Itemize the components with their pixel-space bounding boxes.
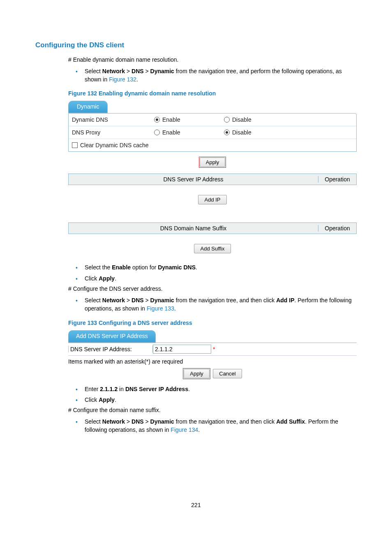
radio-label: Disable	[232, 116, 251, 123]
dynamic-dns-enable-radio[interactable]	[154, 117, 160, 123]
nav-network: Network	[102, 297, 125, 304]
ip-bold: 2.1.1.2	[100, 386, 118, 392]
dynamic-tab[interactable]: Dynamic	[68, 101, 108, 113]
t: Select	[85, 297, 102, 304]
t: in	[118, 386, 125, 392]
apply-button[interactable]: Apply	[200, 158, 226, 167]
t: .	[196, 264, 197, 271]
cancel-button[interactable]: Cancel	[213, 369, 242, 378]
field-bold: DNS Server IP Address	[125, 386, 188, 392]
hdr-dns-server-ip: DNS Server IP Address	[69, 176, 318, 183]
t: .	[188, 386, 190, 392]
bullet-3: Click Apply.	[68, 274, 357, 283]
t: .	[136, 76, 138, 83]
dns-server-ip-label: DNS Server IP Address:	[68, 346, 153, 352]
figure-132-caption: Figure 132 Enabling dynamic domain name …	[68, 90, 357, 97]
t: .	[174, 305, 176, 312]
figure-133-caption: Figure 133 Configuring a DNS server addr…	[68, 320, 357, 326]
hash-line-1: # Enable dynamic domain name resolution.	[68, 56, 357, 64]
dns-proxy-enable-radio[interactable]	[154, 130, 160, 135]
nav-network: Network	[102, 418, 125, 425]
t: >	[144, 297, 150, 304]
t: Select	[85, 418, 102, 425]
radio-label: Enable	[162, 116, 180, 123]
t: .	[115, 396, 116, 403]
required-note: Items marked with an asterisk(*) are req…	[68, 358, 357, 365]
radio-label: Disable	[232, 129, 251, 136]
t: >	[125, 418, 131, 425]
dns-suffix-table-header: DNS Domain Name Suffix Operation	[68, 222, 357, 234]
add-suffix-bold: Add Suffix	[276, 418, 305, 425]
t: Click	[85, 275, 99, 282]
clear-cache-checkbox[interactable]	[72, 142, 78, 148]
nav-dynamic: Dynamic	[150, 418, 174, 425]
figure-133-panel: Add DNS Server IP Address DNS Server IP …	[68, 330, 357, 379]
t: .	[115, 275, 116, 282]
nav-network: Network	[102, 68, 125, 74]
hdr-operation: Operation	[318, 176, 356, 183]
dns-server-ip-input[interactable]	[153, 345, 211, 354]
t: >	[144, 68, 150, 74]
apply-button-2[interactable]: Apply	[184, 369, 210, 378]
bullet-4: Select Network > DNS > Dynamic from the …	[68, 296, 357, 313]
nav-dns: DNS	[131, 297, 144, 304]
page-number: 221	[0, 502, 392, 508]
dynamic-dns-label: Dynamic DNS	[69, 116, 154, 123]
t: from the navigation tree, and then click	[174, 418, 276, 425]
t: >	[125, 68, 131, 74]
figure-134-link[interactable]: Figure 134	[171, 426, 198, 433]
dns-server-ip-form-row: DNS Server IP Address: *	[68, 343, 357, 356]
clear-cache-row: Clear Dynamic DNS cache	[69, 139, 356, 151]
t: Select	[85, 68, 102, 74]
figure-132-panel: Dynamic Dynamic DNS Enable Disable DNS P…	[68, 101, 357, 257]
dns-proxy-row: DNS Proxy Enable Disable	[69, 126, 356, 139]
hdr-operation-2: Operation	[318, 225, 356, 232]
dns-server-table-header: DNS Server IP Address Operation	[68, 174, 357, 185]
t: >	[144, 418, 150, 425]
bullet-2: Select the Enable option for Dynamic DNS…	[68, 263, 357, 271]
section-heading: Configuring the DNS client	[35, 41, 357, 49]
nav-dynamic: Dynamic	[150, 68, 174, 74]
add-suffix-button[interactable]: Add Suffix	[194, 244, 231, 253]
t: Select the	[85, 264, 112, 271]
nav-dns: DNS	[131, 418, 144, 425]
hash-line-2: # Configure the DNS server address.	[68, 285, 357, 293]
add-ip-bold: Add IP	[276, 297, 294, 304]
clear-cache-label: Clear Dynamic DNS cache	[80, 142, 149, 148]
bullet-6: Click Apply.	[68, 396, 357, 404]
add-dns-server-tab[interactable]: Add DNS Server IP Address	[68, 330, 156, 343]
apply-bold: Apply	[99, 396, 115, 403]
apply-highlight: Apply	[199, 157, 226, 168]
dns-proxy-disable-radio[interactable]	[224, 130, 230, 135]
add-ip-button[interactable]: Add IP	[198, 195, 226, 204]
figure-133-link[interactable]: Figure 133	[147, 305, 174, 312]
enable-bold: Enable	[112, 264, 131, 271]
dns-proxy-label: DNS Proxy	[69, 129, 154, 136]
dynamic-dns-row: Dynamic DNS Enable Disable	[69, 114, 356, 126]
apply-bold: Apply	[99, 275, 115, 282]
dynamic-dns-disable-radio[interactable]	[224, 117, 230, 123]
required-star: *	[213, 346, 215, 352]
bullet-7: Select Network > DNS > Dynamic from the …	[68, 417, 357, 434]
t: Click	[85, 396, 99, 403]
t: option for	[131, 264, 158, 271]
nav-dynamic: Dynamic	[150, 297, 174, 304]
t: >	[125, 297, 131, 304]
figure-132-link[interactable]: Figure 132	[109, 76, 136, 83]
hash-line-3: # Configure the domain name suffix.	[68, 406, 357, 414]
bullet-1: Select Network > DNS > Dynamic from the …	[68, 67, 357, 84]
t: Enter	[85, 386, 100, 392]
hdr-dns-suffix: DNS Domain Name Suffix	[69, 225, 318, 232]
t: .	[198, 426, 200, 433]
nav-dns: DNS	[131, 68, 144, 74]
apply-highlight-2: Apply	[183, 368, 210, 379]
dynamic-dns-bold: Dynamic DNS	[158, 264, 196, 271]
radio-label: Enable	[162, 129, 180, 136]
t: from the navigation tree, and then click	[174, 297, 276, 304]
bullet-5: Enter 2.1.1.2 in DNS Server IP Address.	[68, 385, 357, 393]
